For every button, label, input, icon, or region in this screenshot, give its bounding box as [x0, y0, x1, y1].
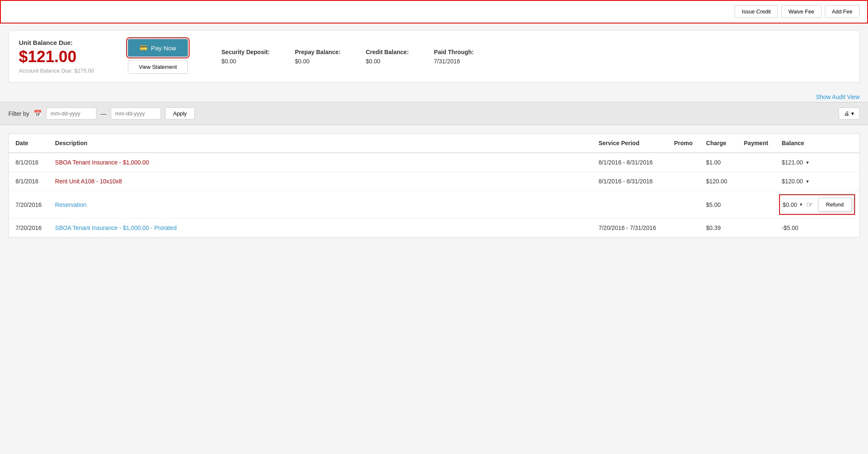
security-deposit-label: Security Deposit:: [221, 49, 270, 55]
credit-balance-col: Credit Balance: $0.00: [366, 49, 409, 65]
cell-description[interactable]: SBOA Tenant Insurance - $1,000.00 - Pror…: [48, 219, 592, 237]
prepay-balance-label: Prepay Balance:: [295, 49, 340, 55]
security-deposit-col: Security Deposit: $0.00: [221, 49, 270, 65]
credit-card-icon: 💳: [140, 44, 148, 52]
cell-description[interactable]: SBOA Tenant Insurance - $1,000.00: [48, 153, 592, 172]
cell-date: 8/1/2016: [9, 172, 48, 191]
table-header-row: Date Description Service Period Promo Ch…: [9, 134, 859, 153]
account-balance-label: Account Balance Due: $275.00: [19, 68, 111, 74]
cell-description[interactable]: Rent Unit A108 - 10x10x8: [48, 172, 592, 191]
table-row: 7/20/2016 SBOA Tenant Insurance - $1,000…: [9, 219, 859, 237]
apply-filter-button[interactable]: Apply: [165, 107, 195, 120]
balance-value: $121.00: [782, 159, 803, 166]
filter-controls: Filter by 📅 — Apply: [8, 107, 195, 120]
top-toolbar: Issue Credit Waive Fee Add Fee: [0, 0, 868, 23]
balance-info-columns: Security Deposit: $0.00 Prepay Balance: …: [221, 49, 474, 65]
balance-cell: $120.00 ▼: [782, 178, 852, 185]
prepay-balance-col: Prepay Balance: $0.00: [295, 49, 340, 65]
credit-balance-value: $0.00: [366, 58, 409, 65]
security-deposit-value: $0.00: [221, 58, 270, 65]
table-row: 8/1/2016 Rent Unit A108 - 10x10x8 8/1/20…: [9, 172, 859, 191]
cell-payment: [737, 172, 775, 191]
filter-dash: —: [101, 110, 107, 117]
paid-through-label: Paid Through:: [434, 49, 474, 55]
pay-now-button[interactable]: 💳 Pay Now: [128, 39, 188, 57]
table-row: 7/20/2016 Reservation $5.00 $0.00 ▼ ☞ Re…: [9, 191, 859, 219]
cell-description[interactable]: Reservation: [48, 191, 592, 219]
cell-promo: [667, 172, 699, 191]
cell-payment: [737, 153, 775, 172]
paid-through-value: 7/31/2016: [434, 58, 474, 65]
credit-balance-label: Credit Balance:: [366, 49, 409, 55]
unit-balance-info: Unit Balance Due: $121.00 Account Balanc…: [19, 39, 111, 74]
audit-link-row: Show Audit View: [0, 89, 868, 102]
balance-value: -$5.00: [782, 224, 798, 231]
calendar-icon: 📅: [34, 110, 42, 117]
cell-promo: [667, 153, 699, 172]
cell-payment: [737, 219, 775, 237]
ledger-table-section: Date Description Service Period Promo Ch…: [8, 133, 860, 238]
cell-charge: $120.00: [699, 172, 737, 191]
cell-date: 7/20/2016: [9, 219, 48, 237]
print-button[interactable]: 🖨 ▾: [839, 107, 860, 120]
cell-charge: $0.39: [699, 219, 737, 237]
cell-payment: [737, 191, 775, 219]
view-statement-button[interactable]: View Statement: [128, 60, 188, 74]
cell-service-period: 8/1/2016 - 8/31/2016: [592, 153, 667, 172]
show-audit-view-link[interactable]: Show Audit View: [816, 94, 860, 100]
cell-balance: -$5.00: [775, 219, 859, 237]
ledger-table: Date Description Service Period Promo Ch…: [9, 134, 859, 237]
balance-value: $120.00: [782, 178, 803, 185]
cell-date: 7/20/2016: [9, 191, 48, 219]
waive-fee-button[interactable]: Waive Fee: [781, 5, 821, 18]
cell-balance: $121.00 ▼: [775, 153, 859, 172]
filter-bar: Filter by 📅 — Apply 🖨 ▾: [0, 102, 868, 125]
filter-by-label: Filter by: [8, 110, 29, 117]
issue-credit-button[interactable]: Issue Credit: [735, 5, 778, 18]
cell-service-period: 8/1/2016 - 8/31/2016: [592, 172, 667, 191]
refund-button[interactable]: Refund: [818, 198, 852, 211]
cell-charge: $1.00: [699, 153, 737, 172]
balance-section: Unit Balance Due: $121.00 Account Balanc…: [8, 30, 860, 83]
cell-charge: $5.00: [699, 191, 737, 219]
balance-dropdown-arrow[interactable]: ▼: [806, 179, 810, 184]
printer-icon: 🖨: [844, 110, 850, 117]
header-date: Date: [9, 134, 48, 153]
cell-balance: $0.00 ▼ ☞ Refund: [775, 191, 859, 219]
cell-promo: [667, 191, 699, 219]
date-from-input[interactable]: [46, 107, 96, 120]
unit-balance-amount: $121.00: [19, 48, 111, 66]
cell-balance: $120.00 ▼: [775, 172, 859, 191]
header-description: Description: [48, 134, 592, 153]
balance-value: $0.00: [782, 201, 797, 208]
header-service-period: Service Period: [592, 134, 667, 153]
cell-date: 8/1/2016: [9, 153, 48, 172]
cell-service-period: [592, 191, 667, 219]
balance-cell: $121.00 ▼: [782, 159, 852, 166]
balance-dropdown-arrow[interactable]: ▼: [806, 160, 810, 165]
header-charge: Charge: [699, 134, 737, 153]
unit-balance-label: Unit Balance Due:: [19, 39, 111, 46]
payment-buttons: 💳 Pay Now View Statement: [128, 39, 188, 74]
header-payment: Payment: [737, 134, 775, 153]
print-dropdown-arrow: ▾: [851, 110, 854, 117]
header-balance: Balance: [775, 134, 859, 153]
cell-promo: [667, 219, 699, 237]
balance-dropdown-arrow[interactable]: ▼: [799, 202, 803, 207]
reservation-balance-refund-container: $0.00 ▼ ☞ Refund: [782, 197, 852, 212]
prepay-balance-value: $0.00: [295, 58, 340, 65]
date-to-input[interactable]: [111, 107, 161, 120]
add-fee-button[interactable]: Add Fee: [825, 5, 860, 18]
paid-through-col: Paid Through: 7/31/2016: [434, 49, 474, 65]
table-row: 8/1/2016 SBOA Tenant Insurance - $1,000.…: [9, 153, 859, 172]
cell-service-period: 7/20/2016 - 7/31/2016: [592, 219, 667, 237]
header-promo: Promo: [667, 134, 699, 153]
cursor-icon: ☞: [806, 200, 813, 209]
